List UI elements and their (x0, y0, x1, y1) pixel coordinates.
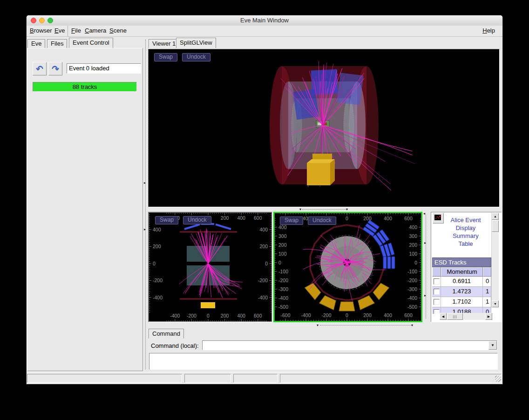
svg-text:-400: -400 (258, 295, 268, 300)
svg-text:300: 300 (409, 233, 417, 239)
splitter-arrow-icon[interactable]: ▾ (317, 323, 319, 327)
resize-grip[interactable] (495, 376, 501, 382)
table-rows: 0.691101.472311.710211.01880 (432, 277, 491, 314)
svg-text:400: 400 (153, 227, 161, 232)
scroll-up-button[interactable]: ▲ (492, 213, 499, 220)
svg-text:600: 600 (254, 215, 262, 221)
tab-files[interactable]: Files (47, 39, 67, 48)
swap-button[interactable]: Swap (155, 216, 178, 224)
svg-text:-500: -500 (407, 304, 417, 310)
tab-event-control[interactable]: Event Control (69, 38, 113, 48)
splitter-arrow-icon[interactable]: ▸ (424, 241, 426, 245)
table-column-headers: Momentum (432, 267, 491, 277)
clipped-cell: 1 (483, 297, 491, 307)
command-label: Command (local): (151, 342, 199, 349)
svg-text:200: 200 (363, 216, 372, 221)
momentum-column-header[interactable]: Momentum (441, 267, 483, 277)
detector-3d-graphic (149, 49, 499, 207)
svg-text:-400: -400 (170, 313, 180, 318)
menu-help[interactable]: Help (482, 27, 495, 34)
menubar: Browser Eve File Camera Scene Help (27, 26, 502, 37)
viewport-rhoz[interactable]: Swap Undock -400-400-200-200002002004004… (148, 212, 272, 322)
row-select-cell (432, 277, 441, 286)
prev-event-button[interactable]: ↶ (33, 62, 47, 75)
splitter-arrow-icon[interactable]: ▸ (424, 294, 426, 298)
summary-panel: Alice Event Display Summary Table ESD Tr… (431, 212, 502, 322)
table-row[interactable]: 1.71021 (432, 297, 491, 307)
menu-scene[interactable]: Scene (109, 27, 127, 34)
scroll-down-button[interactable]: ▼ (492, 300, 499, 307)
tab-viewer1[interactable]: Viewer 1 (149, 39, 179, 48)
select-column-header (432, 267, 441, 277)
row-select-cell (432, 297, 441, 307)
svg-text:200: 200 (153, 244, 161, 249)
svg-text:200: 200 (409, 242, 417, 248)
undock-button[interactable]: Undock (182, 53, 210, 61)
menu-camera[interactable]: Camera (85, 27, 106, 34)
splitter-arrow-icon[interactable]: ▾ (299, 207, 301, 211)
tab-command[interactable]: Command (149, 329, 184, 339)
swap-button[interactable]: Swap (280, 217, 303, 225)
vertical-scrollbar[interactable]: ▲ ▼ (491, 213, 499, 307)
momentum-cell: 1.7102 (441, 297, 483, 307)
splitter-arrow-icon[interactable]: ▸ (144, 181, 146, 185)
row-checkbox[interactable] (434, 278, 440, 285)
svg-text:600: 600 (404, 312, 413, 318)
scroll-right-button[interactable]: ▶ (485, 313, 492, 320)
tab-eve[interactable]: Eve (27, 39, 45, 48)
splitter-arrow-icon[interactable]: ▾ (346, 207, 348, 211)
statusbar (27, 372, 502, 384)
svg-text:-400: -400 (153, 295, 163, 300)
svg-text:0: 0 (414, 260, 417, 265)
scrollbar-thumb[interactable]: ||| (447, 313, 463, 320)
svg-text:-300: -300 (407, 286, 417, 292)
clipped-cell: 1 (483, 287, 491, 297)
titlebar[interactable]: Eve Main Window (27, 15, 502, 26)
sidebar: Eve Files Event Control ↶ ↷ Event 0 load… (27, 37, 143, 372)
event-status-field[interactable]: Event 0 loaded (67, 63, 141, 74)
table-row[interactable]: 1.47231 (432, 287, 491, 297)
scroll-left-button[interactable]: ◀ (440, 313, 447, 320)
viewport-3d[interactable]: Swap Undock (148, 49, 500, 207)
svg-text:-200: -200 (321, 312, 331, 318)
tab-splitglview[interactable]: SplitGLView (176, 38, 216, 48)
splitter-arrow-icon[interactable]: ▸ (144, 228, 146, 231)
scrollbar-thumb[interactable] (492, 220, 499, 232)
svg-text:200: 200 (221, 215, 229, 221)
menu-browser[interactable]: Browser (30, 27, 52, 34)
undock-button[interactable]: Undock (183, 216, 211, 224)
row-checkbox[interactable] (434, 309, 440, 314)
row-checkbox[interactable] (434, 299, 440, 305)
swap-button[interactable]: Swap (154, 53, 177, 61)
svg-text:400: 400 (259, 227, 268, 232)
momentum-cell: 1.4723 (441, 287, 483, 297)
viewport-rphi[interactable]: Swap Undock (273, 212, 422, 322)
status-segment (280, 374, 502, 383)
menu-file[interactable]: File (71, 27, 81, 34)
svg-text:400: 400 (278, 224, 287, 230)
horizontal-splitter[interactable]: ▾ ▾ (148, 207, 502, 212)
command-splitter[interactable]: ▾ ▾ (148, 323, 502, 328)
splitter-arrow-icon[interactable]: ◂ (423, 212, 425, 216)
command-input[interactable] (203, 341, 490, 349)
svg-text:-200: -200 (258, 278, 268, 283)
status-segment (233, 374, 278, 383)
desktop: { "window": { "title": "Eve Main Window"… (0, 0, 529, 420)
splitter-arrow-icon[interactable]: ▾ (411, 323, 413, 327)
undock-button[interactable]: Undock (308, 217, 336, 225)
rhoz-projection-graphic: -400-400-200-200002002004004006006004004… (149, 212, 272, 322)
svg-text:600: 600 (254, 313, 262, 318)
horizontal-scrollbar[interactable]: ◀ ||| ▶ (440, 313, 492, 320)
svg-text:400: 400 (237, 215, 245, 221)
table-row[interactable]: 0.69110 (432, 277, 491, 287)
status-segment (184, 374, 231, 383)
next-event-button[interactable]: ↷ (48, 62, 62, 75)
combo-dropdown-button[interactable]: ▼ (488, 341, 497, 350)
row-checkbox[interactable] (434, 289, 440, 295)
summary-splitter[interactable]: ◂ ▸ ▸ (422, 212, 430, 321)
svg-text:-100: -100 (278, 269, 288, 274)
svg-text:400: 400 (384, 312, 392, 318)
svg-text:100: 100 (278, 251, 287, 257)
menu-eve[interactable]: Eve (54, 27, 65, 34)
sidebar-splitter[interactable]: ▸ ▸ (143, 37, 148, 372)
